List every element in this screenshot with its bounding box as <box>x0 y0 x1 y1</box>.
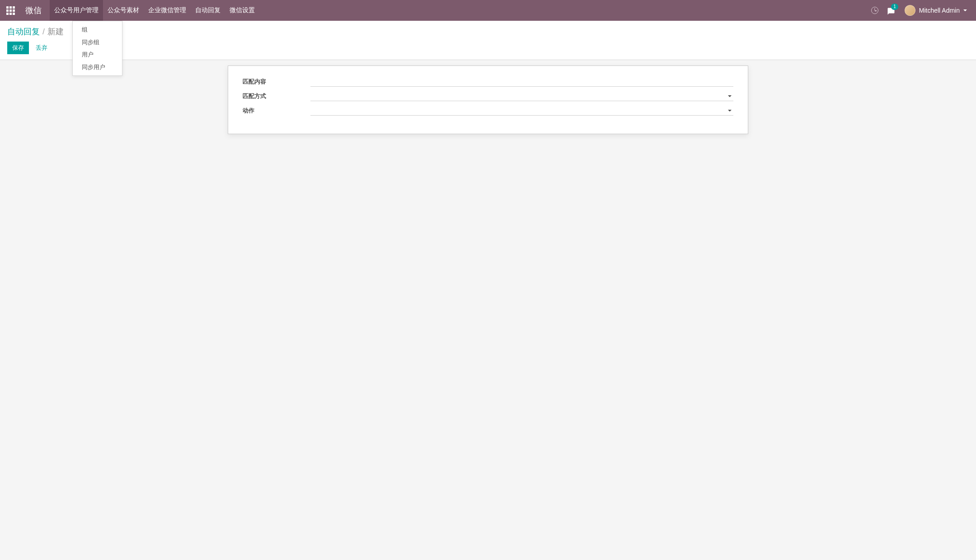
nav-item-label: 公众号素材 <box>108 6 139 14</box>
action-label: 动作 <box>243 107 310 115</box>
nav-menu: 公众号用户管理 公众号素材 企业微信管理 自动回复 微信设置 <box>50 0 259 21</box>
user-management-dropdown: 组 同步组 用户 同步用户 <box>72 21 122 76</box>
dropdown-item-label: 同步组 <box>82 39 99 46</box>
save-button[interactable]: 保存 <box>7 42 29 54</box>
content-area: 匹配内容 匹配方式 动作 <box>0 60 976 140</box>
dropdown-item-sync-user[interactable]: 同步用户 <box>73 61 122 74</box>
nav-wechat-settings[interactable]: 微信设置 <box>225 0 259 21</box>
nav-item-label: 微信设置 <box>230 6 255 14</box>
match-content-input[interactable] <box>310 77 733 87</box>
action-buttons: 保存 丢弃 <box>7 42 969 54</box>
message-count-badge: 1 <box>891 4 898 10</box>
form-row-match-content: 匹配内容 <box>243 77 733 87</box>
user-name-label: Mitchell Admin <box>919 7 960 14</box>
dropdown-item-label: 组 <box>82 26 88 33</box>
nav-item-label: 公众号用户管理 <box>54 6 99 14</box>
grid-icon <box>6 6 15 15</box>
nav-material[interactable]: 公众号素材 <box>103 0 144 21</box>
breadcrumb-parent[interactable]: 自动回复 <box>7 26 40 37</box>
match-method-label: 匹配方式 <box>243 92 310 100</box>
nav-enterprise-management[interactable]: 企业微信管理 <box>144 0 191 21</box>
form-row-action: 动作 <box>243 106 733 116</box>
dropdown-item-user[interactable]: 用户 <box>73 48 122 61</box>
nav-item-label: 企业微信管理 <box>148 6 186 14</box>
chevron-down-icon <box>728 95 732 97</box>
form-group: 匹配内容 匹配方式 动作 <box>243 77 733 116</box>
action-select[interactable] <box>310 106 733 116</box>
apps-launcher-icon[interactable] <box>0 0 21 21</box>
form-sheet: 匹配内容 匹配方式 动作 <box>228 65 748 134</box>
breadcrumb-sep: / <box>42 27 45 37</box>
activity-button[interactable] <box>867 0 883 21</box>
nav-auto-reply[interactable]: 自动回复 <box>191 0 225 21</box>
messages-button[interactable]: 1 <box>883 0 899 21</box>
dropdown-item-group[interactable]: 组 <box>73 23 122 36</box>
nav-item-label: 自动回复 <box>195 6 221 14</box>
breadcrumb: 自动回复 / 新建 <box>7 26 969 37</box>
discard-button[interactable]: 丢弃 <box>31 42 52 54</box>
match-method-field-wrapper <box>310 91 733 101</box>
chevron-down-icon <box>728 110 732 112</box>
nav-user-management[interactable]: 公众号用户管理 <box>50 0 103 21</box>
main-navbar: 微信 公众号用户管理 公众号素材 企业微信管理 自动回复 微信设置 1 M <box>0 0 976 21</box>
brand-title[interactable]: 微信 <box>21 5 50 16</box>
nav-right: 1 Mitchell Admin <box>867 0 976 21</box>
form-row-match-method: 匹配方式 <box>243 91 733 101</box>
control-panel: 自动回复 / 新建 保存 丢弃 <box>0 21 976 60</box>
dropdown-item-label: 用户 <box>82 51 94 58</box>
chevron-down-icon <box>963 9 967 11</box>
user-menu[interactable]: Mitchell Admin <box>899 0 971 21</box>
clock-icon <box>871 7 878 14</box>
match-content-label: 匹配内容 <box>243 78 310 86</box>
avatar <box>905 5 915 16</box>
match-method-select[interactable] <box>310 91 733 101</box>
dropdown-item-label: 同步用户 <box>82 64 105 70</box>
dropdown-item-sync-group[interactable]: 同步组 <box>73 36 122 49</box>
breadcrumb-current: 新建 <box>47 26 64 37</box>
match-content-field-wrapper <box>310 77 733 87</box>
action-field-wrapper <box>310 106 733 116</box>
